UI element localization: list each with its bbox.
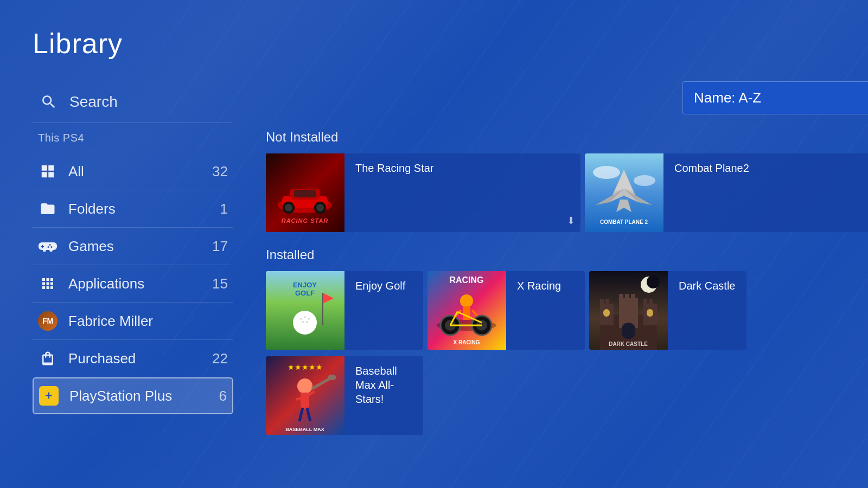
svg-rect-55: [643, 299, 647, 306]
svg-point-23: [304, 316, 306, 318]
svg-text:GOLF: GOLF: [295, 289, 315, 297]
game-title-combat-plane2: Combat Plane2: [674, 161, 868, 175]
svg-rect-58: [625, 294, 629, 300]
svg-point-48: [647, 275, 660, 288]
this-ps4-label: This PS4: [33, 127, 233, 153]
svg-rect-57: [619, 294, 623, 300]
sort-bar: Name: A-Z ▼: [266, 81, 868, 114]
game-card-x-racing[interactable]: RACING X RACING X Racing: [427, 271, 585, 350]
search-label: Search: [69, 93, 118, 111]
svg-text:RACING STAR: RACING STAR: [282, 217, 329, 224]
apps-icon: [38, 274, 58, 293]
avatar-icon: FM: [38, 311, 58, 331]
game-title-baseball-max: Baseball Max All-Stars!: [355, 364, 418, 406]
svg-point-13: [634, 175, 655, 186]
purchased-count: 22: [212, 350, 228, 367]
sidebar-item-games[interactable]: Games 17: [33, 228, 233, 265]
game-card-combat-plane2[interactable]: COMBAT PLANE 2 Combat Plane2 ⬇: [585, 153, 868, 232]
sidebar-item-playstation-plus[interactable]: + PlayStation Plus 6: [33, 377, 233, 414]
folders-count: 1: [220, 201, 228, 217]
all-count: 32: [212, 163, 228, 180]
section-not-installed: Not Installed: [266, 125, 868, 243]
svg-text:BASEBALL MAX: BASEBALL MAX: [285, 427, 324, 432]
svg-point-33: [460, 294, 473, 307]
purchased-label: Purchased: [68, 350, 136, 367]
applications-count: 15: [212, 275, 228, 292]
svg-rect-53: [600, 299, 604, 306]
sidebar-item-all[interactable]: All 32: [33, 153, 233, 190]
download-icon: ⬇: [567, 215, 575, 227]
svg-rect-56: [649, 299, 653, 306]
svg-point-66: [297, 378, 312, 394]
svg-point-12: [593, 166, 620, 179]
svg-text:X RACING: X RACING: [454, 339, 480, 345]
svg-rect-59: [631, 294, 635, 300]
not-installed-header: Not Installed: [266, 130, 868, 145]
game-title-dark-castle: Dark Castle: [679, 279, 741, 293]
playstation-plus-label: PlayStation Plus: [69, 388, 172, 404]
page-title: Library: [33, 27, 835, 60]
grid-icon: [38, 162, 58, 181]
svg-text:ENJOY: ENJOY: [293, 281, 317, 289]
sidebar-item-fabrice-miller[interactable]: FM Fabrice Miller: [33, 303, 233, 340]
all-label: All: [68, 163, 84, 180]
game-card-dark-castle[interactable]: DARK CASTLE Dark Castle: [589, 271, 746, 350]
search-icon: [38, 91, 60, 113]
svg-rect-54: [605, 299, 609, 306]
game-card-baseball-max[interactable]: ★★★★★: [266, 356, 423, 435]
search-item[interactable]: Search: [33, 81, 233, 123]
svg-text:RACING: RACING: [449, 275, 483, 285]
game-title-enjoy-golf: Enjoy Golf: [355, 279, 418, 293]
bag-icon: [38, 349, 58, 368]
folders-label: Folders: [68, 201, 116, 217]
game-card-racing-star[interactable]: RACING STAR The Racing Star ⬇: [266, 153, 580, 232]
games-label: Games: [68, 238, 114, 255]
svg-rect-61: [603, 309, 610, 317]
folder-icon: [38, 199, 58, 219]
svg-point-24: [308, 318, 310, 320]
svg-text:★★★★★: ★★★★★: [288, 363, 323, 371]
sort-dropdown[interactable]: Name: A-Z ▼: [682, 81, 868, 114]
svg-point-25: [302, 321, 304, 323]
game-card-enjoy-golf[interactable]: ENJOY GOLF Enjoy Golf: [266, 271, 423, 350]
playstation-plus-count: 6: [219, 388, 227, 404]
games-count: 17: [212, 238, 228, 255]
svg-rect-5: [294, 190, 316, 197]
main-content: Name: A-Z ▼ Not Installed: [266, 81, 868, 450]
game-title-racing-star: The Racing Star: [355, 161, 575, 175]
svg-point-26: [306, 321, 308, 323]
svg-text:DARK CASTLE: DARK CASTLE: [609, 341, 648, 347]
sort-label: Name: A-Z: [694, 89, 761, 106]
sidebar-item-purchased[interactable]: Purchased 22: [33, 340, 233, 377]
svg-rect-62: [647, 309, 653, 317]
fabrice-miller-label: Fabrice Miller: [68, 313, 153, 330]
svg-point-9: [316, 204, 324, 211]
sidebar: Search This PS4 All 32: [33, 81, 233, 450]
svg-rect-60: [622, 323, 635, 339]
sidebar-item-folders[interactable]: Folders 1: [33, 190, 233, 228]
game-title-x-racing: X Racing: [517, 279, 579, 293]
applications-label: Applications: [68, 275, 144, 292]
plus-icon: +: [39, 386, 59, 406]
svg-point-22: [300, 318, 302, 320]
controller-icon: [38, 236, 58, 256]
svg-point-21: [293, 311, 317, 335]
section-installed: Installed: [266, 243, 868, 435]
installed-header: Installed: [266, 247, 868, 262]
svg-point-7: [285, 204, 292, 211]
svg-point-69: [328, 375, 336, 380]
sidebar-item-applications[interactable]: Applications 15: [33, 265, 233, 303]
svg-text:COMBAT PLANE 2: COMBAT PLANE 2: [600, 219, 648, 225]
